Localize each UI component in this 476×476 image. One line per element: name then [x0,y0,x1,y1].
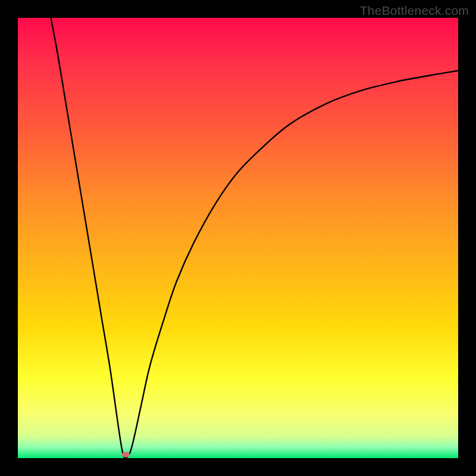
svg-point-1 [121,452,130,458]
bottleneck-curve [18,18,458,458]
plot-area [18,18,458,458]
watermark-text: TheBottleneck.com [360,4,469,18]
chart-frame: TheBottleneck.com [0,0,476,476]
